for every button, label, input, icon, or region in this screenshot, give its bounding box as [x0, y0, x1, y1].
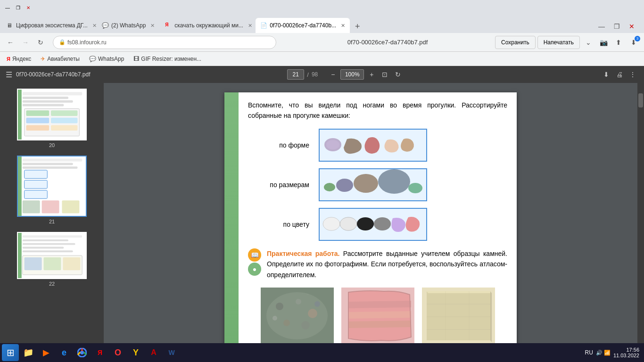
- close-window-btn[interactable]: ✕: [625, 20, 638, 33]
- pdf-total-pages: 98: [312, 71, 318, 78]
- reload-btn[interactable]: ↻: [34, 36, 47, 49]
- svg-point-38: [336, 179, 353, 192]
- pdf-print-btn[interactable]: 🖨: [614, 69, 625, 80]
- thumb-21[interactable]: 21: [15, 154, 89, 226]
- tab-label-4: 0f70-00026ce7-da7740b...: [270, 22, 336, 29]
- tab-pdf[interactable]: 📄 0f70-00026ce7-da7740b... ✕: [256, 18, 350, 33]
- intro-text: Вспомните, что вы видели под ногами во в…: [248, 100, 507, 121]
- svg-rect-4: [23, 100, 73, 103]
- bookmark-whatsapp[interactable]: 💬 WhatsApp: [86, 55, 127, 63]
- pdf-content[interactable]: Вспомните, что вы видели под ногами во в…: [104, 83, 637, 343]
- dropdown-btn[interactable]: ⌄: [582, 36, 595, 49]
- taskbar: ⊞ 📁 ▶ e Я O Y A W RU 🔊 📶 17:56 11.0: [0, 343, 644, 362]
- tab-digital[interactable]: 🖥 Цифровая экосистема ДГ... ✕: [2, 18, 96, 33]
- svg-point-45: [374, 217, 391, 230]
- svg-point-42: [323, 217, 340, 230]
- svg-point-36: [326, 140, 339, 149]
- tab-close-4[interactable]: ✕: [341, 23, 345, 29]
- sort-row-2: по размерам: [248, 168, 507, 201]
- tab-close-2[interactable]: ✕: [150, 23, 155, 29]
- clock-time: 17:56: [626, 347, 639, 353]
- practical-icon-book: 📖: [248, 248, 261, 262]
- pdf-zoom-input[interactable]: [340, 69, 364, 80]
- taskbar-media[interactable]: ▶: [38, 344, 55, 361]
- bookmark-favicon-1: Я: [7, 56, 10, 62]
- bookmark-favicon-3: 💬: [89, 56, 96, 62]
- title-bar: — ❐ ✕: [0, 0, 644, 15]
- svg-rect-32: [25, 257, 42, 270]
- svg-rect-10: [51, 118, 77, 123]
- practical-text: Практическая работа. Рассмотрите выданны…: [267, 248, 507, 280]
- taskbar-file-manager[interactable]: 📁: [20, 344, 37, 361]
- svg-rect-14: [18, 156, 22, 216]
- close-btn[interactable]: ✕: [25, 4, 32, 11]
- tab-close-3[interactable]: ✕: [248, 23, 252, 29]
- tab-favicon-1: 🖥: [7, 22, 13, 29]
- bookmark-yandex[interactable]: Я Яндекс: [4, 55, 34, 63]
- taskbar-yandex-browser[interactable]: Y: [127, 344, 144, 361]
- tab-favicon-3: Я: [165, 22, 172, 29]
- zoom-out-btn[interactable]: −: [327, 69, 339, 80]
- page-title-center: 0f70-00026ce7-da7740b7.pdf: [347, 39, 428, 46]
- restore-window-btn[interactable]: ❐: [610, 20, 623, 33]
- zoom-in-btn[interactable]: +: [366, 69, 377, 80]
- sort-label-2: по размерам: [248, 181, 309, 189]
- acrobat-icon: A: [151, 348, 157, 357]
- svg-rect-9: [26, 118, 50, 123]
- tab-yandex[interactable]: Я скачать окружающий ми... ✕: [160, 18, 255, 33]
- start-button[interactable]: ⊞: [2, 344, 19, 361]
- thumb-20[interactable]: 20: [15, 87, 89, 150]
- scrollbar-thumb[interactable]: [638, 93, 643, 107]
- opera-icon: O: [115, 348, 121, 358]
- taskbar-yandex[interactable]: Я: [91, 344, 108, 361]
- minimize-window-btn[interactable]: —: [595, 20, 608, 33]
- forward-btn[interactable]: →: [19, 36, 32, 49]
- tab-label-2: (2) WhatsApp: [111, 22, 146, 29]
- pdf-more-btn[interactable]: ⋮: [627, 69, 638, 80]
- pdf-page-controls: / 98: [287, 69, 318, 80]
- screenshot-btn[interactable]: 📷: [597, 36, 610, 49]
- bookmark-avia[interactable]: ✈ Авиабилеты: [38, 55, 83, 63]
- print-btn[interactable]: Напечатать: [537, 36, 580, 49]
- rotate-btn[interactable]: ↻: [392, 69, 404, 80]
- svg-rect-20: [25, 190, 48, 199]
- thumb-label-21: 21: [49, 219, 55, 224]
- taskbar-word[interactable]: W: [163, 344, 180, 361]
- pdf-current-page[interactable]: [287, 69, 304, 80]
- lock-icon: 🔒: [59, 39, 66, 45]
- minimize-btn[interactable]: —: [4, 4, 11, 11]
- practical-icon-circle: ●: [248, 263, 261, 276]
- address-box[interactable]: 🔒 fs08.infourok.ru: [53, 36, 276, 49]
- taskbar-chrome[interactable]: [74, 344, 91, 361]
- start-icon: ⊞: [7, 347, 15, 358]
- svg-rect-8: [51, 110, 77, 116]
- fit-page-btn[interactable]: ⊡: [379, 69, 390, 80]
- thumb-label-20: 20: [49, 142, 55, 148]
- new-tab-btn[interactable]: +: [351, 20, 364, 33]
- save-btn[interactable]: Сохранить: [495, 36, 536, 49]
- restore-btn[interactable]: ❐: [14, 4, 22, 11]
- rock-card-granite: Гранит: [261, 288, 334, 343]
- sort-image-1: [319, 129, 427, 162]
- sort-label-1: по форме: [248, 141, 309, 149]
- tabs-bar: 🖥 Цифровая экосистема ДГ... ✕ 💬 (2) What…: [0, 15, 644, 33]
- back-btn[interactable]: ←: [4, 36, 17, 49]
- pdf-menu-btn[interactable]: ☰: [6, 70, 12, 79]
- tab-close-1[interactable]: ✕: [92, 23, 96, 29]
- pdf-download-btn[interactable]: ⬇: [601, 69, 612, 80]
- svg-rect-26: [23, 235, 82, 238]
- download-btn[interactable]: ⬇3: [627, 36, 640, 49]
- bookmark-label-2: Авиабилеты: [47, 56, 80, 62]
- pdf-toolbar: ☰ 0f70-00026ce7-da7740b7.pdf / 98 − + ⊡ …: [0, 66, 644, 83]
- svg-rect-18: [25, 170, 48, 179]
- taskbar-opera[interactable]: O: [109, 344, 126, 361]
- taskbar-ie[interactable]: e: [56, 344, 73, 361]
- share-btn[interactable]: ⬆: [612, 36, 625, 49]
- thumb-22[interactable]: 22: [15, 230, 89, 288]
- window-controls: — ❐ ✕: [4, 4, 32, 11]
- tab-whatsapp[interactable]: 💬 (2) WhatsApp ✕: [97, 18, 159, 33]
- rock-card-flint: Кремень: [341, 288, 414, 343]
- file-manager-icon: 📁: [23, 347, 33, 358]
- bookmark-gif[interactable]: 🎞 GIF Resizer: изменен...: [131, 55, 204, 63]
- taskbar-acrobat[interactable]: A: [145, 344, 162, 361]
